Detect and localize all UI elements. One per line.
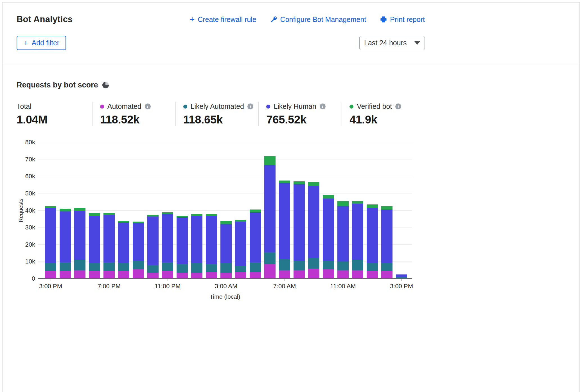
configure-bot-management-link[interactable]: Configure Bot Management (270, 15, 366, 24)
bar-segment[interactable] (118, 222, 129, 263)
bar-segment[interactable] (264, 264, 276, 279)
bar-segment[interactable] (133, 269, 144, 279)
bar-segment[interactable] (133, 223, 144, 261)
bar-segment[interactable] (235, 222, 246, 266)
bar-segment[interactable] (250, 272, 261, 279)
bar-segment[interactable] (45, 263, 56, 271)
bar-segment[interactable] (396, 274, 407, 277)
bar-segment[interactable] (323, 199, 334, 261)
bar-segment[interactable] (323, 261, 334, 269)
bar-segment[interactable] (381, 206, 392, 209)
bar-segment[interactable] (147, 215, 159, 217)
bar-segment[interactable] (294, 181, 305, 184)
bar-segment[interactable] (235, 266, 246, 272)
bar-segment[interactable] (162, 262, 173, 271)
bar-segment[interactable] (45, 208, 56, 263)
bar-segment[interactable] (381, 263, 392, 271)
bar-segment[interactable] (294, 261, 305, 270)
bar-segment[interactable] (323, 269, 334, 279)
bar-segment[interactable] (118, 263, 129, 271)
bar-segment[interactable] (118, 221, 129, 222)
bar-segment[interactable] (367, 271, 378, 279)
print-report-link[interactable]: Print report (380, 15, 425, 24)
time-range-dropdown[interactable]: Last 24 hours (359, 36, 425, 50)
bar-segment[interactable] (220, 221, 232, 224)
bar-segment[interactable] (133, 222, 144, 223)
bar-segment[interactable] (60, 271, 71, 279)
bar-segment[interactable] (308, 269, 319, 279)
bar-segment[interactable] (381, 209, 392, 263)
bar-segment[interactable] (177, 216, 188, 217)
bar-segment[interactable] (103, 262, 115, 271)
bar-segment[interactable] (337, 262, 349, 270)
bar-segment[interactable] (74, 211, 85, 260)
bar-segment[interactable] (235, 220, 246, 222)
bar-segment[interactable] (133, 261, 144, 269)
bar-segment[interactable] (177, 273, 188, 279)
bar-segment[interactable] (367, 208, 378, 263)
bar-segment[interactable] (103, 215, 115, 263)
bar-segment[interactable] (177, 264, 188, 272)
bar-segment[interactable] (89, 271, 100, 279)
bar-segment[interactable] (60, 211, 71, 263)
bar-segment[interactable] (337, 270, 349, 279)
bar-segment[interactable] (147, 265, 159, 273)
bar-segment[interactable] (264, 165, 276, 252)
bar-segment[interactable] (337, 201, 349, 206)
bar-segment[interactable] (191, 273, 202, 279)
add-filter-button[interactable]: + Add filter (17, 36, 66, 50)
bar-segment[interactable] (279, 181, 290, 183)
bar-segment[interactable] (352, 204, 363, 260)
bar-segment[interactable] (367, 263, 378, 271)
bar-segment[interactable] (89, 213, 100, 216)
bar-segment[interactable] (294, 184, 305, 261)
bar-segment[interactable] (279, 259, 290, 270)
bar-segment[interactable] (191, 263, 202, 272)
info-icon[interactable]: i (247, 103, 253, 109)
bar-segment[interactable] (279, 270, 290, 279)
bar-segment[interactable] (279, 183, 290, 259)
bar-segment[interactable] (206, 272, 217, 279)
bar-segment[interactable] (89, 263, 100, 271)
bar-segment[interactable] (308, 258, 319, 268)
bar-segment[interactable] (352, 270, 363, 279)
bar-segment[interactable] (220, 224, 232, 263)
bar-segment[interactable] (45, 206, 56, 208)
bar-segment[interactable] (89, 216, 100, 263)
bar-segment[interactable] (45, 271, 56, 279)
bar-segment[interactable] (250, 212, 261, 263)
info-icon[interactable]: i (145, 103, 151, 109)
bar-segment[interactable] (220, 273, 232, 279)
bar-segment[interactable] (250, 209, 261, 212)
bar-segment[interactable] (220, 263, 232, 272)
bar-segment[interactable] (177, 217, 188, 264)
bar-segment[interactable] (60, 209, 71, 211)
bar-segment[interactable] (147, 273, 159, 279)
bar-segment[interactable] (206, 216, 217, 264)
bar-segment[interactable] (264, 252, 276, 264)
bar-segment[interactable] (74, 208, 85, 210)
bar-segment[interactable] (147, 217, 159, 265)
info-icon[interactable]: i (320, 103, 326, 109)
bar-segment[interactable] (250, 262, 261, 272)
bar-segment[interactable] (308, 182, 319, 186)
info-icon[interactable]: i (395, 103, 401, 109)
bar-segment[interactable] (162, 271, 173, 279)
bar-segment[interactable] (381, 271, 392, 279)
bar-segment[interactable] (60, 262, 71, 271)
create-firewall-rule-link[interactable]: + Create firewall rule (190, 15, 256, 24)
bar-segment[interactable] (323, 195, 334, 199)
bar-segment[interactable] (191, 214, 202, 216)
bar-segment[interactable] (103, 271, 115, 279)
bar-segment[interactable] (206, 214, 217, 216)
bar-segment[interactable] (367, 204, 378, 208)
bar-segment[interactable] (352, 201, 363, 204)
bar-segment[interactable] (74, 260, 85, 270)
bar-segment[interactable] (118, 271, 129, 279)
bar-segment[interactable] (352, 260, 363, 270)
bar-segment[interactable] (235, 272, 246, 279)
bar-segment[interactable] (162, 214, 173, 263)
bar-segment[interactable] (103, 213, 115, 215)
bar-segment[interactable] (74, 270, 85, 279)
bar-segment[interactable] (337, 206, 349, 262)
